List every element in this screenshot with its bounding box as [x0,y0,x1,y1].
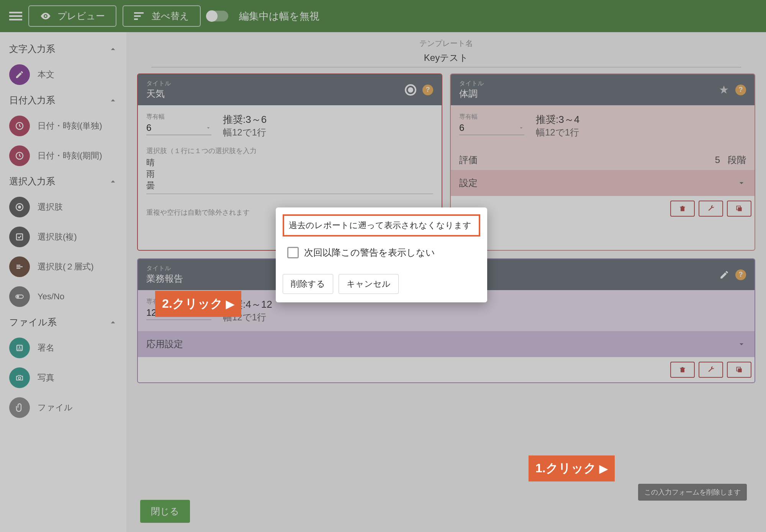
dialog-checkbox-row[interactable]: 次回以降この警告を表示しない [287,246,480,259]
dialog-checkbox-label: 次回以降この警告を表示しない [304,246,435,259]
confirm-dialog: 過去のレポートに遡って表示されなくなります 次回以降この警告を表示しない 削除す… [276,207,487,302]
callout-label: 2.クリック [162,295,223,312]
triangle-icon: ▶ [226,298,234,310]
callout-1: 1.クリック▶ [529,455,615,481]
dialog-warning: 過去のレポートに遡って表示されなくなります [283,214,480,237]
callout-2: 2.クリック▶ [155,291,241,317]
dialog-cancel-button[interactable]: キャンセル [339,274,399,294]
dialog-delete-button[interactable]: 削除する [283,274,333,294]
checkbox-icon[interactable] [287,247,299,258]
callout-label: 1.クリック [535,460,596,477]
triangle-icon: ▶ [599,462,608,475]
